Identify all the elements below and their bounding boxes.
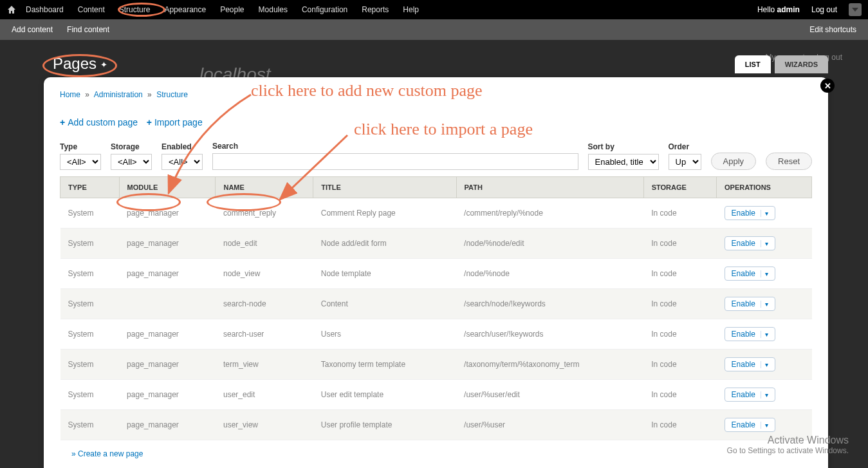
chevron-down-icon[interactable]: ▾ xyxy=(761,210,768,217)
cell-storage: In code xyxy=(643,410,716,440)
gear-icon[interactable]: ✦ xyxy=(100,60,107,70)
shortcut-toggle-icon[interactable] xyxy=(849,3,862,16)
cell-storage: In code xyxy=(643,198,716,229)
reset-button[interactable]: Reset xyxy=(766,153,812,170)
cell-operations: Enable▾ xyxy=(717,229,812,259)
add-custom-page-link[interactable]: +Add custom page xyxy=(60,117,138,127)
chevron-down-icon[interactable]: ▾ xyxy=(761,361,768,368)
tab-list[interactable]: LIST xyxy=(735,55,771,73)
table-row: Systempage_managernode_editNode add/edit… xyxy=(60,229,812,259)
menu-modules[interactable]: Modules xyxy=(259,5,288,14)
type-label: Type xyxy=(60,142,101,151)
cell-name: node_view xyxy=(216,259,313,289)
col-operations: OPERATIONS xyxy=(717,177,812,198)
logout-link[interactable]: Log out xyxy=(811,5,837,14)
storage-select[interactable]: <All> xyxy=(111,154,152,170)
cell-path: /user/%user xyxy=(456,410,643,440)
table-row: Systemsearch-nodeContent/search/node/!ke… xyxy=(60,289,812,319)
overlay-panel: ✕ Home » Administration » Structure +Add… xyxy=(44,77,828,468)
cell-module xyxy=(119,289,216,319)
cell-type: System xyxy=(60,259,120,289)
apply-button[interactable]: Apply xyxy=(711,153,757,170)
cell-name: search-user xyxy=(216,319,313,350)
breadcrumb-structure[interactable]: Structure xyxy=(156,90,188,99)
menu-appearance[interactable]: Appearance xyxy=(164,5,206,14)
admin-toolbar: Dashboard Content Structure Appearance P… xyxy=(0,0,868,19)
cell-name: user_edit xyxy=(216,380,313,410)
sortby-label: Sort by xyxy=(588,142,659,151)
enable-button[interactable]: Enable▾ xyxy=(725,327,775,341)
chevron-down-icon[interactable]: ▾ xyxy=(761,301,768,308)
enable-button[interactable]: Enable▾ xyxy=(725,236,775,250)
breadcrumb-admin[interactable]: Administration xyxy=(94,90,143,99)
menu-people[interactable]: People xyxy=(220,5,244,14)
enable-button[interactable]: Enable▾ xyxy=(725,388,775,402)
enable-button[interactable]: Enable▾ xyxy=(725,297,775,311)
table-row: Systempage_manageruser_editUser edit tem… xyxy=(60,380,812,410)
cell-module: page_manager xyxy=(119,410,216,440)
enable-button[interactable]: Enable▾ xyxy=(725,357,775,371)
cell-storage: In code xyxy=(643,350,716,380)
edit-shortcuts-link[interactable]: Edit shortcuts xyxy=(809,25,856,34)
menu-configuration[interactable]: Configuration xyxy=(302,5,347,14)
enabled-select[interactable]: <All> xyxy=(162,154,203,170)
menu-reports[interactable]: Reports xyxy=(362,5,389,14)
chevron-down-icon[interactable]: ▾ xyxy=(761,240,768,247)
chevron-down-icon[interactable]: ▾ xyxy=(761,422,768,429)
activate-windows: Activate Windows Go to Settings to activ… xyxy=(727,435,849,455)
cell-name: comment_reply xyxy=(216,198,313,229)
import-page-link[interactable]: +Import page xyxy=(147,117,203,127)
storage-label: Storage xyxy=(111,142,152,151)
cell-path: /comment/reply/%node xyxy=(456,198,643,229)
cell-path: /user/%user/edit xyxy=(456,380,643,410)
cell-name: node_edit xyxy=(216,229,313,259)
chevron-down-icon[interactable]: ▾ xyxy=(761,270,768,277)
search-label: Search xyxy=(212,142,578,151)
home-icon[interactable] xyxy=(6,5,17,15)
col-title[interactable]: TITLE xyxy=(313,177,456,198)
enable-button[interactable]: Enable▾ xyxy=(725,206,775,220)
order-select[interactable]: Up xyxy=(669,154,701,170)
cell-title: Taxonomy term template xyxy=(313,350,456,380)
menu-structure[interactable]: Structure xyxy=(119,5,151,14)
cell-path: /node/%node xyxy=(456,259,643,289)
order-label: Order xyxy=(669,142,701,151)
col-module[interactable]: MODULE xyxy=(119,177,216,198)
find-content-link[interactable]: Find content xyxy=(67,25,109,34)
breadcrumb-home[interactable]: Home xyxy=(60,90,80,99)
col-storage[interactable]: STORAGE xyxy=(643,177,716,198)
cell-path: /taxonomy/term/%taxonomy_term xyxy=(456,350,643,380)
table-row: Systempage_managercomment_replyComment R… xyxy=(60,198,812,229)
cell-title: Node template xyxy=(313,259,456,289)
menu-help[interactable]: Help xyxy=(403,5,419,14)
tab-wizards[interactable]: WIZARDS xyxy=(775,55,828,73)
cell-path: /node/%node/edit xyxy=(456,229,643,259)
col-name[interactable]: NAME xyxy=(216,177,313,198)
sortby-select[interactable]: Enabled, title xyxy=(588,154,659,170)
cell-module: page_manager xyxy=(119,198,216,229)
col-path[interactable]: PATH xyxy=(456,177,643,198)
menu-content[interactable]: Content xyxy=(78,5,105,14)
chevron-down-icon[interactable]: ▾ xyxy=(761,331,768,338)
create-new-page-link[interactable]: » Create a new page xyxy=(71,449,143,458)
close-icon[interactable]: ✕ xyxy=(820,79,835,93)
enabled-label: Enabled xyxy=(162,142,203,151)
enable-button[interactable]: Enable▾ xyxy=(725,267,775,281)
table-row: Systempage_managersearch-userUsers/searc… xyxy=(60,319,812,350)
cell-operations: Enable▾ xyxy=(717,319,812,350)
page-title: Pages✦ xyxy=(44,52,116,75)
hello-text: Hello admin xyxy=(757,5,800,14)
type-select[interactable]: <All> xyxy=(60,154,101,170)
cell-title: Comment Reply page xyxy=(313,198,456,229)
cell-title: Users xyxy=(313,319,456,350)
menu-dashboard[interactable]: Dashboard xyxy=(26,5,64,14)
col-type[interactable]: TYPE xyxy=(60,177,120,198)
enable-button[interactable]: Enable▾ xyxy=(725,418,775,432)
cell-storage: In code xyxy=(643,289,716,319)
chevron-down-icon[interactable]: ▾ xyxy=(761,391,768,398)
cell-storage: In code xyxy=(643,259,716,289)
cell-title: Node add/edit form xyxy=(313,229,456,259)
cell-operations: Enable▾ xyxy=(717,350,812,380)
search-input[interactable] xyxy=(212,153,578,170)
add-content-link[interactable]: Add content xyxy=(12,25,53,34)
